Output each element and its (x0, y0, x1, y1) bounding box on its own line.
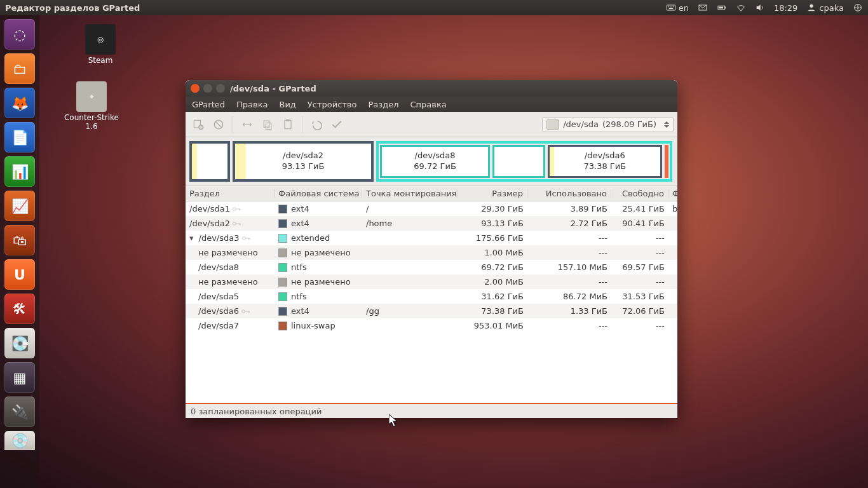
diskmap-sda2[interactable]: /dev/sda2 93.13 ГиБ (233, 141, 374, 182)
svg-rect-2 (670, 6, 670, 7)
battery-indicator[interactable] (717, 3, 727, 13)
files-icon[interactable]: 🗀 (4, 53, 35, 84)
top-panel: Редактор разделов GParted en 18:29 cpaka (0, 0, 868, 15)
toolbar: /dev/sda (298.09 ГиБ) (186, 112, 677, 137)
table-row[interactable]: /dev/sda5ntfs31.62 ГиБ86.72 МиБ31.53 ГиБ (186, 289, 677, 304)
gparted-window: /dev/sda - GParted GParted Правка Вид Ус… (186, 80, 677, 418)
calc-icon[interactable]: 📊 (4, 156, 35, 187)
svg-rect-15 (264, 121, 269, 127)
table-row[interactable]: /dev/sda7linux-swap953.01 МиБ------ (186, 318, 677, 333)
status-bar: 0 запланированных операций (186, 403, 677, 418)
diskmap-sda8[interactable]: /dev/sda8 69.72 ГиБ (380, 145, 490, 178)
mail-indicator[interactable] (698, 3, 708, 13)
desktop-icon-cs[interactable]: ⌖ Counter-Strike 1.6 (61, 81, 122, 131)
menu-edit[interactable]: Правка (236, 100, 268, 109)
copy-button[interactable] (259, 116, 276, 133)
svg-rect-17 (285, 120, 291, 128)
svg-point-10 (810, 4, 813, 8)
svg-point-22 (242, 309, 245, 313)
dash-icon[interactable]: ◌ (4, 19, 35, 50)
table-header: Раздел Файловая система Точка монтирован… (186, 186, 677, 201)
steam-icon: ◎ (85, 24, 116, 55)
window-title: /dev/sda - GParted (230, 84, 316, 93)
menu-help[interactable]: Справка (410, 100, 447, 109)
menu-view[interactable]: Вид (279, 100, 295, 109)
delete-partition-button[interactable] (210, 116, 227, 133)
table-row[interactable]: /dev/sda3extended175.66 ГиБ------ (186, 231, 677, 245)
firefox-icon[interactable]: 🦊 (4, 88, 35, 118)
app-title: Редактор разделов GParted (5, 3, 666, 13)
clock[interactable]: 18:29 (774, 3, 797, 13)
undo-button[interactable] (308, 116, 325, 133)
ubuntu-one-icon[interactable]: U (4, 259, 35, 290)
table-row[interactable]: /dev/sda1ext4/29.30 ГиБ3.89 ГиБ25.41 ГиБ… (186, 201, 677, 216)
svg-point-19 (233, 207, 236, 210)
menu-partition[interactable]: Раздел (368, 100, 398, 109)
gparted-icon[interactable]: 💽 (4, 328, 35, 358)
unity-launcher: ◌ 🗀 🦊 📄 📊 📈 🛍 U 🛠 💽 ▦ 🔌 💿 (0, 15, 39, 488)
svg-point-21 (242, 236, 245, 240)
svg-point-20 (233, 222, 236, 225)
indicator-area: en 18:29 cpaka (666, 3, 863, 13)
mouse-cursor (389, 414, 399, 428)
window-titlebar[interactable]: /dev/sda - GParted (186, 80, 677, 97)
svg-rect-18 (287, 119, 290, 121)
new-partition-button[interactable] (189, 116, 207, 133)
writer-icon[interactable]: 📄 (4, 122, 35, 152)
window-close-button[interactable] (191, 84, 200, 93)
device-selector[interactable]: /dev/sda (298.09 ГиБ) (542, 117, 674, 132)
svg-rect-5 (668, 8, 673, 9)
diskmap-swap[interactable] (665, 145, 668, 178)
dvd-device-icon[interactable]: 💿 (4, 431, 35, 450)
partition-table: /dev/sda1ext4/29.30 ГиБ3.89 ГиБ25.41 ГиБ… (186, 201, 677, 403)
paste-button[interactable] (279, 116, 297, 133)
diskmap-sda6[interactable]: /dev/sda6 73.38 ГиБ (548, 145, 662, 178)
cs-icon: ⌖ (76, 81, 107, 112)
power-icon[interactable] (853, 3, 863, 13)
workspace-switcher-icon[interactable]: ▦ (4, 362, 35, 393)
apply-button[interactable] (328, 116, 346, 133)
table-row[interactable]: не размеченоне размечено2.00 МиБ------ (186, 274, 677, 289)
window-minimize-button[interactable] (203, 84, 212, 93)
svg-rect-1 (668, 6, 668, 7)
table-row[interactable]: /dev/sda2ext4/home93.13 ГиБ2.72 ГиБ90.41… (186, 216, 677, 231)
user-menu[interactable]: cpaka (806, 3, 844, 13)
diskmap-sda1[interactable] (189, 141, 230, 182)
svg-rect-8 (725, 7, 726, 9)
menu-gparted[interactable]: GParted (192, 100, 225, 109)
sound-indicator[interactable] (755, 3, 765, 13)
keyboard-indicator[interactable]: en (666, 3, 689, 13)
table-row[interactable]: не размеченоне размечено1.00 МиБ------ (186, 245, 677, 260)
menubar: GParted Правка Вид Устройство Раздел Спр… (186, 97, 677, 112)
resize-button[interactable] (238, 116, 256, 133)
desktop-icon-steam[interactable]: ◎ Steam (70, 24, 131, 65)
svg-rect-3 (671, 6, 672, 7)
svg-rect-9 (719, 7, 723, 9)
network-indicator[interactable] (736, 3, 746, 13)
svg-rect-0 (667, 5, 675, 10)
impress-icon[interactable]: 📈 (4, 191, 35, 221)
software-center-icon[interactable]: 🛍 (4, 225, 35, 255)
usb-device-icon[interactable]: 🔌 (4, 396, 35, 427)
svg-rect-16 (266, 123, 271, 129)
table-row[interactable]: /dev/sda8ntfs69.72 ГиБ157.10 МиБ69.57 Ги… (186, 260, 677, 274)
table-row[interactable]: /dev/sda6ext4/gg73.38 ГиБ1.33 ГиБ72.06 Г… (186, 304, 677, 318)
menu-device[interactable]: Устройство (308, 100, 357, 109)
disk-map: /dev/sda2 93.13 ГиБ /dev/sda8 69.72 ГиБ … (186, 137, 677, 186)
settings-icon[interactable]: 🛠 (4, 294, 35, 324)
window-maximize-button[interactable] (216, 84, 225, 93)
diskmap-extended[interactable]: /dev/sda8 69.72 ГиБ /dev/sda6 73.38 ГиБ (376, 141, 672, 182)
harddisk-icon (546, 119, 559, 130)
diskmap-sda5[interactable] (492, 145, 545, 178)
svg-rect-4 (673, 6, 674, 7)
